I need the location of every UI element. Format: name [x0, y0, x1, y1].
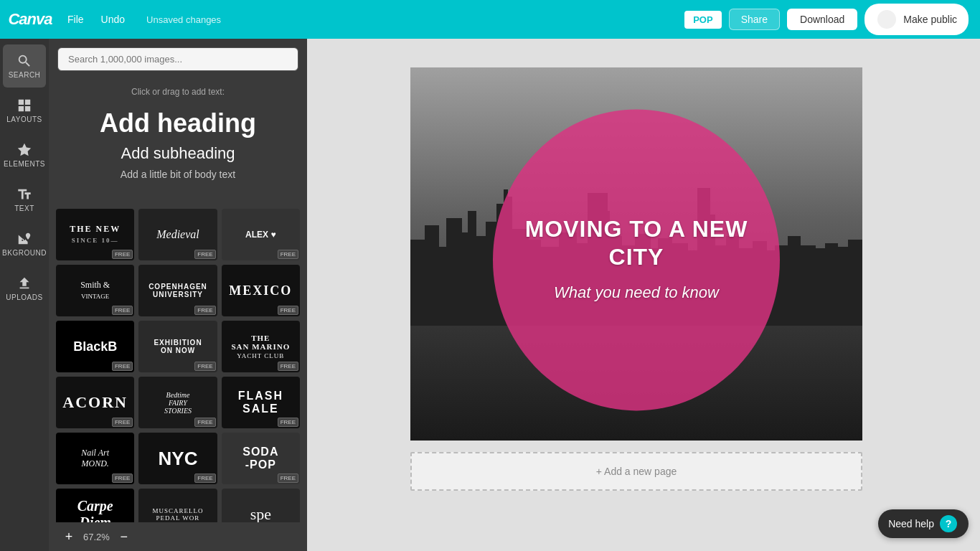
svg-rect-38: [848, 240, 862, 326]
zoom-level: 67.2%: [83, 532, 110, 542]
list-item[interactable]: THE NEWSINCE 10— FREE: [56, 209, 134, 260]
pop-badge[interactable]: POP: [684, 11, 721, 29]
add-subheading-button[interactable]: Add subheading: [60, 141, 296, 166]
text-section: Click or drag to add text: Add heading A…: [49, 80, 307, 190]
list-item[interactable]: BlackB FREE: [56, 321, 134, 372]
topbar-menu: File Undo: [60, 9, 132, 29]
list-item[interactable]: MEXICO FREE: [222, 265, 300, 316]
panel: Click or drag to add text: Add heading A…: [49, 39, 307, 551]
font-grid: THE NEWSINCE 10— FREE Medieval FREE ALEX…: [49, 204, 307, 551]
canva-logo[interactable]: Canva: [11, 8, 49, 31]
add-page-label: + Add a new page: [596, 466, 677, 477]
file-menu[interactable]: File: [60, 9, 91, 29]
canvas-subtitle: What you need to know: [554, 282, 719, 304]
make-public-button[interactable]: Make public: [864, 4, 969, 35]
list-item[interactable]: ExhibitionOn Now FREE: [138, 321, 217, 372]
download-button[interactable]: Download: [787, 9, 857, 30]
drag-hint: Click or drag to add text:: [60, 87, 296, 97]
add-body-button[interactable]: Add a little bit of body text: [60, 166, 296, 183]
sidebar-item-elements[interactable]: ELEMENTS: [3, 133, 46, 176]
list-item[interactable]: FLASHSALE FREE: [222, 377, 300, 428]
add-page-button[interactable]: + Add a new page: [410, 452, 862, 491]
undo-menu[interactable]: Undo: [94, 9, 132, 29]
list-item[interactable]: NYC FREE: [138, 433, 217, 484]
list-item[interactable]: ALEX ♥ FREE: [222, 209, 300, 260]
canvas-overlay-circle: MOVING TO A NEW CITY What you need to kn…: [493, 109, 780, 410]
svg-rect-34: [798, 245, 816, 326]
design-canvas[interactable]: MOVING TO A NEW CITY What you need to kn…: [410, 67, 862, 441]
need-help-button[interactable]: Need help ?: [878, 509, 969, 538]
zoom-bar: + 67.2% −: [49, 522, 307, 551]
main-area: SEARCH LAYOUTS ELEMENTS TEXT BKGROUND UP…: [0, 39, 980, 551]
sidebar-text-label: TEXT: [14, 204, 34, 212]
sidebar-item-uploads[interactable]: UPLOADS: [3, 267, 46, 310]
sidebar-item-search[interactable]: SEARCH: [3, 44, 46, 88]
zoom-in-button[interactable]: +: [60, 528, 77, 545]
topbar: Canva File Undo Unsaved changes POP Shar…: [0, 0, 980, 39]
sidebar-item-layouts[interactable]: LAYOUTS: [3, 89, 46, 132]
canvas-main-title: MOVING TO A NEW CITY: [522, 216, 751, 271]
sidebar-item-text[interactable]: TEXT: [3, 178, 46, 221]
canvas-area: 1: [307, 39, 980, 551]
share-button[interactable]: Share: [729, 9, 780, 30]
sidebar-search-label: SEARCH: [9, 71, 41, 79]
avatar: [876, 9, 897, 30]
sidebar-item-bkground[interactable]: BKGROUND: [3, 222, 46, 265]
sidebar-bkground-label: BKGROUND: [2, 249, 47, 257]
sidebar-icons: SEARCH LAYOUTS ELEMENTS TEXT BKGROUND UP…: [0, 39, 49, 551]
list-item[interactable]: Nail ArtMOND. FREE: [56, 433, 134, 484]
search-input[interactable]: [57, 47, 298, 71]
topbar-right: POP Share Download Make public: [684, 4, 969, 35]
sidebar-elements-label: ELEMENTS: [4, 160, 45, 168]
list-item[interactable]: COPENHAGENUNIVERSITY FREE: [138, 265, 217, 316]
list-item[interactable]: SODA-POP FREE: [222, 433, 300, 484]
search-bar: [49, 39, 307, 80]
help-icon: ?: [940, 515, 957, 532]
list-item[interactable]: Medieval FREE: [138, 209, 217, 260]
list-item[interactable]: Smith &VINTAGE FREE: [56, 265, 134, 316]
list-item[interactable]: THESAN MARINOYACHT CLUB FREE: [222, 321, 300, 372]
add-heading-button[interactable]: Add heading: [60, 105, 296, 141]
sidebar-layouts-label: LAYOUTS: [6, 116, 42, 123]
unsaved-changes: Unsaved changes: [146, 14, 221, 25]
list-item[interactable]: BedtimeFAIRYSTORIES FREE: [138, 377, 217, 428]
list-item[interactable]: ACORN FREE: [56, 377, 134, 428]
zoom-out-button[interactable]: −: [116, 528, 133, 545]
need-help-label: Need help: [888, 518, 934, 529]
sidebar-uploads-label: UPLOADS: [6, 293, 42, 301]
